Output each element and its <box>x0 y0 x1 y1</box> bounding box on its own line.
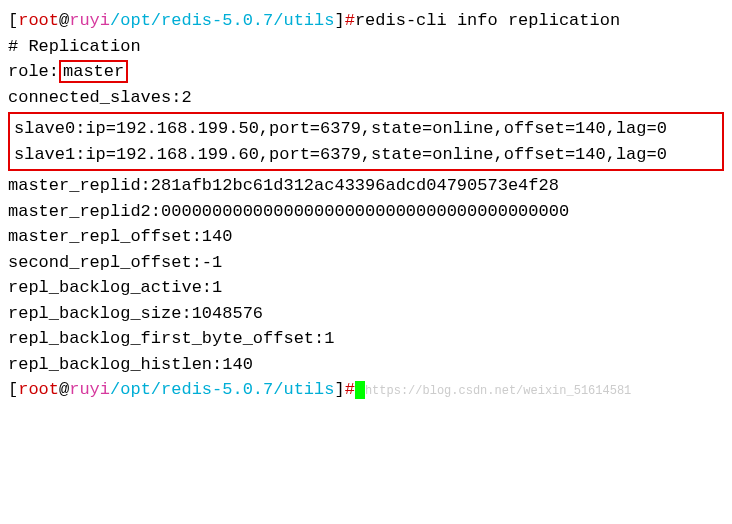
watermark-text: https://blog.csdn.net/weixin_51614581 <box>365 384 631 398</box>
prompt-host: ruyi <box>69 11 110 30</box>
bracket-open-2: [ <box>8 380 18 399</box>
output-second-repl-offset: second_repl_offset:-1 <box>8 250 724 276</box>
prompt-user-2: root <box>18 380 59 399</box>
prompt-at: @ <box>59 11 69 30</box>
role-prefix: role: <box>8 62 59 81</box>
prompt-hash-2: # <box>345 380 355 399</box>
cursor-icon <box>355 381 365 399</box>
prompt-path: /opt/redis-5.0.7/utils <box>110 11 334 30</box>
output-backlog-active: repl_backlog_active:1 <box>8 275 724 301</box>
output-slave1: slave1:ip=192.168.199.60,port=6379,state… <box>14 142 718 168</box>
prompt-line-1: [root@ruyi/opt/redis-5.0.7/utils]#redis-… <box>8 8 724 34</box>
prompt-host-2: ruyi <box>69 380 110 399</box>
output-connected-slaves: connected_slaves:2 <box>8 85 724 111</box>
prompt-user: root <box>18 11 59 30</box>
output-master-replid: master_replid:281afb12bc61d312ac43396adc… <box>8 173 724 199</box>
prompt-at-2: @ <box>59 380 69 399</box>
output-backlog-histlen: repl_backlog_histlen:140 <box>8 352 724 378</box>
output-slave0: slave0:ip=192.168.199.50,port=6379,state… <box>14 116 718 142</box>
prompt-hash: # <box>345 11 355 30</box>
output-header: # Replication <box>8 34 724 60</box>
bracket-close: ] <box>334 11 344 30</box>
output-role: role:master <box>8 59 724 85</box>
prompt-line-2[interactable]: [root@ruyi/opt/redis-5.0.7/utils]#https:… <box>8 377 724 403</box>
output-backlog-size: repl_backlog_size:1048576 <box>8 301 724 327</box>
prompt-path-2: /opt/redis-5.0.7/utils <box>110 380 334 399</box>
role-master-highlight: master <box>59 60 128 83</box>
output-backlog-first-byte: repl_backlog_first_byte_offset:1 <box>8 326 724 352</box>
bracket-close-2: ] <box>334 380 344 399</box>
slaves-highlight-box: slave0:ip=192.168.199.50,port=6379,state… <box>8 112 724 171</box>
output-master-repl-offset: master_repl_offset:140 <box>8 224 724 250</box>
output-master-replid2: master_replid2:0000000000000000000000000… <box>8 199 724 225</box>
bracket-open: [ <box>8 11 18 30</box>
command-text: redis-cli info replication <box>355 11 620 30</box>
